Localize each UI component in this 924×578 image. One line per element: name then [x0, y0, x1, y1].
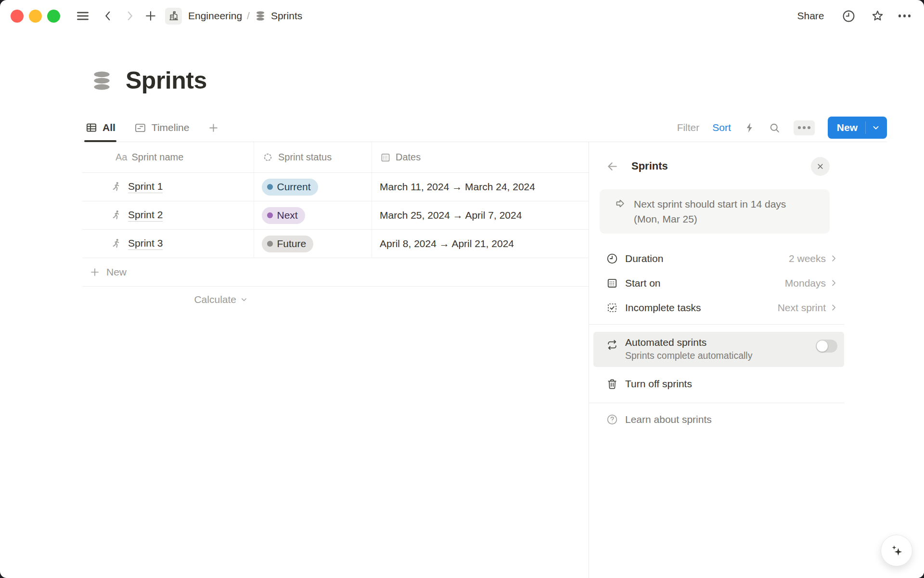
new-row-label: New: [106, 266, 127, 278]
new-button[interactable]: New: [828, 117, 887, 139]
status-badge[interactable]: Future: [262, 236, 313, 252]
automated-toggle[interactable]: [816, 340, 837, 353]
turn-off-sprints-button[interactable]: Turn off sprints: [593, 369, 844, 398]
chevron-right-icon: [829, 303, 838, 312]
back-icon[interactable]: [102, 10, 114, 22]
column-label: Sprint status: [278, 152, 332, 163]
cell-sprint-name[interactable]: Sprint 2: [82, 201, 254, 229]
column-label: Sprint name: [131, 152, 183, 163]
sprint-page-link[interactable]: Sprint 1: [128, 181, 163, 193]
divider: [589, 403, 844, 403]
repeat-icon: [606, 339, 618, 361]
view-options-icon[interactable]: [794, 120, 815, 135]
close-window-button[interactable]: [11, 10, 24, 23]
table-row[interactable]: Sprint 1 Current March 11, 2024 → March …: [82, 173, 589, 201]
sprint-page-link[interactable]: Sprint 3: [128, 237, 163, 250]
search-icon[interactable]: [769, 122, 781, 134]
status-badge[interactable]: Current: [262, 179, 318, 196]
date-range: April 8, 2024 → April 21, 2024: [380, 238, 514, 250]
new-dropdown-icon[interactable]: [866, 123, 887, 132]
next-sprint-notice: Next sprint should start in 14 days (Mon…: [600, 189, 830, 234]
workspace-building-icon[interactable]: [165, 8, 182, 25]
automated-sprints-row[interactable]: Automated sprints Sprints complete autom…: [593, 332, 844, 367]
tab-timeline[interactable]: Timeline: [134, 114, 190, 142]
help-circle-icon: [606, 413, 618, 426]
column-dates[interactable]: Dates: [372, 142, 589, 172]
automated-text: Automated sprints Sprints complete autom…: [625, 337, 752, 361]
sprint-runner-icon: [110, 181, 123, 193]
status-label: Future: [277, 238, 307, 250]
back-arrow-icon[interactable]: [606, 160, 619, 173]
more-options-icon[interactable]: [898, 14, 911, 17]
database-icon-large[interactable]: [90, 69, 113, 92]
minimize-window-button[interactable]: [29, 10, 42, 23]
setting-label: Duration: [625, 253, 663, 264]
history-clock-icon[interactable]: [842, 9, 856, 23]
table-row[interactable]: Sprint 2 Next March 25, 2024 → April 7, …: [82, 201, 589, 230]
calendar-icon: [380, 152, 391, 163]
view-tabbar: All Timeline Filter Sort New: [82, 114, 887, 142]
status-badge[interactable]: Next: [262, 207, 305, 224]
setting-duration[interactable]: Duration 2 weeks: [593, 246, 844, 271]
page-title-block: Sprints: [90, 66, 207, 94]
tab-all[interactable]: All: [85, 114, 116, 142]
cell-sprint-status[interactable]: Current: [254, 173, 372, 201]
cell-dates[interactable]: March 11, 2024 → March 24, 2024: [372, 173, 589, 201]
add-view-icon[interactable]: [207, 122, 219, 134]
traffic-lights: [11, 10, 60, 23]
column-sprint-name[interactable]: Aa Sprint name: [82, 142, 254, 172]
automated-sublabel: Sprints complete automatically: [625, 350, 752, 361]
status-spinner-icon: [262, 151, 274, 163]
turn-off-label: Turn off sprints: [625, 378, 692, 390]
calculate-label: Calculate: [194, 294, 236, 305]
cell-dates[interactable]: April 8, 2024 → April 21, 2024: [372, 230, 589, 258]
sparkles-icon: [889, 543, 904, 558]
learn-label: Learn about sprints: [625, 414, 712, 425]
column-sprint-status[interactable]: Sprint status: [254, 142, 372, 172]
forward-icon[interactable]: [124, 10, 136, 22]
setting-incomplete-tasks[interactable]: Incomplete tasks Next sprint: [593, 295, 844, 320]
arrow-right-outline-icon: [611, 197, 626, 226]
checkbox-dashed-icon: [606, 302, 618, 314]
timeline-view-icon: [134, 121, 147, 134]
ai-sparkles-button[interactable]: [881, 535, 912, 566]
new-row-button[interactable]: New: [82, 258, 589, 287]
sprint-settings-panel: Sprints Next sprint should start in 14 d…: [589, 142, 924, 578]
favorite-star-icon[interactable]: [871, 9, 885, 23]
sidebar-toggle-icon[interactable]: [76, 9, 90, 23]
cell-sprint-status[interactable]: Future: [254, 230, 372, 258]
table-view-icon: [85, 121, 98, 134]
notice-text: Next sprint should start in 14 days (Mon…: [634, 197, 786, 226]
sprint-page-link[interactable]: Sprint 2: [128, 209, 163, 222]
filter-button[interactable]: Filter: [677, 122, 700, 133]
status-label: Next: [277, 210, 298, 221]
close-icon[interactable]: [811, 157, 830, 176]
setting-value: Next sprint: [778, 302, 826, 314]
date-range: March 25, 2024 → April 7, 2024: [380, 210, 522, 221]
new-page-icon[interactable]: [144, 9, 157, 23]
sort-button[interactable]: Sort: [712, 122, 731, 133]
status-dot: [267, 241, 273, 247]
cell-dates[interactable]: March 25, 2024 → April 7, 2024: [372, 201, 589, 229]
table-header: Aa Sprint name Sprint status Dates: [82, 142, 589, 173]
share-button[interactable]: Share: [797, 10, 824, 22]
lightning-icon[interactable]: [744, 122, 756, 133]
view-toolbar: Filter Sort New: [677, 114, 887, 142]
cell-sprint-name[interactable]: Sprint 3: [82, 230, 254, 258]
fullscreen-window-button[interactable]: [47, 10, 60, 23]
learn-about-sprints-link[interactable]: Learn about sprints: [593, 406, 844, 434]
calculate-button[interactable]: Calculate: [82, 287, 254, 313]
chevron-down-icon: [240, 295, 248, 304]
page-title: Sprints: [126, 66, 207, 94]
chevron-right-icon: [829, 278, 838, 288]
setting-start-on[interactable]: Start on Mondays: [593, 271, 844, 295]
database-icon: [255, 10, 266, 22]
table-row[interactable]: Sprint 3 Future April 8, 2024 → April 21…: [82, 230, 589, 258]
automated-label: Automated sprints: [625, 337, 752, 348]
breadcrumb-workspace[interactable]: Engineering: [188, 10, 242, 22]
breadcrumb-page[interactable]: Sprints: [271, 10, 302, 22]
cell-sprint-name[interactable]: Sprint 1: [82, 173, 254, 201]
cell-sprint-status[interactable]: Next: [254, 201, 372, 229]
new-button-label[interactable]: New: [828, 122, 865, 133]
sprints-table: Aa Sprint name Sprint status Dates: [82, 142, 589, 313]
